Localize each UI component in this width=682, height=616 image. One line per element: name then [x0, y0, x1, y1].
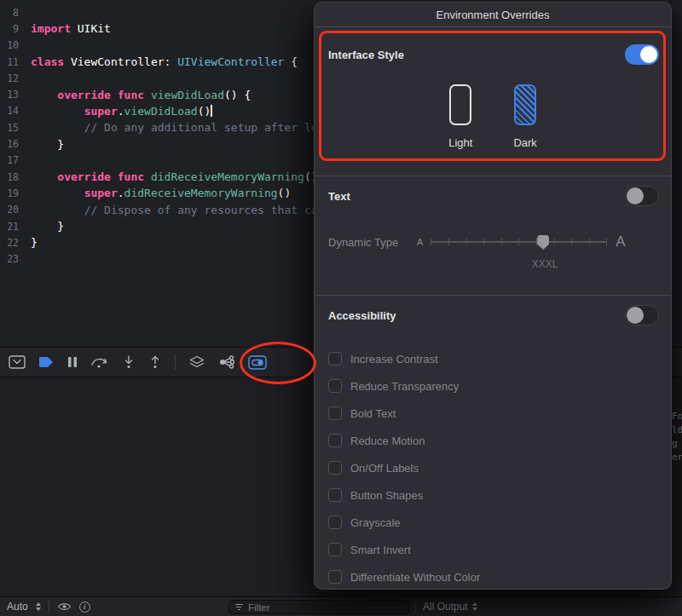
accessibility-option-row[interactable]: Reduce Transparency	[315, 372, 671, 400]
light-appearance-option[interactable]: Light	[448, 84, 472, 149]
bottom-bar-separator	[415, 601, 416, 613]
quick-look-eye-icon[interactable]	[57, 602, 72, 612]
checkbox[interactable]	[328, 570, 342, 584]
code-token: super	[84, 187, 118, 199]
code-token	[31, 170, 57, 183]
code-token	[31, 121, 84, 134]
code-token	[31, 204, 84, 216]
line-number: 16	[0, 138, 19, 150]
slider-tick	[501, 239, 502, 245]
environment-overrides-popover: Environment Overrides Interface Style Li…	[314, 2, 672, 590]
accessibility-option-row[interactable]: Bold Text	[315, 400, 671, 427]
pause-execution-icon[interactable]	[67, 356, 78, 368]
code-token: func	[118, 170, 144, 183]
checkbox[interactable]	[328, 515, 342, 529]
checkbox[interactable]	[328, 352, 342, 366]
console-output-fragments: Foldger:	[672, 410, 682, 464]
console-text-fragment: er:	[672, 451, 682, 464]
dynamic-type-slider[interactable]	[431, 232, 606, 252]
accessibility-option-row[interactable]: Increase Contrast	[315, 345, 671, 372]
slider-min-label: A	[417, 237, 423, 247]
line-number: 20	[0, 204, 19, 216]
slider-thumb[interactable]	[537, 235, 549, 250]
code-token: didReceiveMemoryWarning	[151, 170, 304, 183]
step-over-icon[interactable]	[90, 355, 109, 369]
console-text-fragment: g	[672, 437, 682, 451]
code-token	[31, 105, 84, 118]
slider-tick	[483, 239, 484, 245]
code-token: override	[57, 170, 111, 183]
text-section-label: Text	[328, 190, 350, 203]
toggle-knob	[640, 46, 657, 63]
debug-bottom-bar: Auto i All Output	[0, 596, 682, 616]
chevron-up-down-icon[interactable]	[36, 602, 41, 611]
checkbox-label: Reduce Motion	[350, 435, 425, 447]
code-token	[111, 170, 118, 183]
toggle-debug-area-icon[interactable]	[9, 355, 26, 369]
code-token: super	[84, 105, 118, 118]
accessibility-option-row[interactable]: Button Shapes	[315, 481, 671, 509]
code-token: override	[57, 89, 111, 101]
code-text: }	[31, 138, 64, 151]
dark-appearance-option[interactable]: Dark	[513, 84, 536, 149]
checkbox[interactable]	[328, 543, 342, 556]
dynamic-type-label: Dynamic Type	[328, 236, 417, 249]
console-scope-selector[interactable]: All Output	[423, 601, 468, 613]
code-token: }	[31, 220, 64, 233]
debug-memory-graph-icon[interactable]	[218, 355, 235, 369]
text-toggle[interactable]	[625, 186, 659, 206]
code-token: didReceiveMemoryWarning	[124, 187, 278, 199]
code-token: class	[31, 55, 64, 68]
line-number: 19	[0, 187, 19, 199]
checkbox[interactable]	[328, 379, 342, 393]
checkbox-label: Reduce Transparency	[350, 380, 459, 393]
chevron-up-down-icon[interactable]	[472, 602, 477, 611]
line-number: 14	[0, 105, 19, 117]
code-token	[111, 89, 118, 101]
code-token	[31, 187, 84, 199]
variables-filter-field[interactable]	[228, 600, 409, 614]
dark-label: Dark	[513, 136, 536, 149]
variables-scope-selector[interactable]: Auto	[7, 601, 28, 613]
code-token: }	[31, 138, 64, 151]
slider-tick	[518, 239, 519, 245]
environment-overrides-icon[interactable]	[248, 355, 267, 370]
slider-tick	[606, 239, 607, 245]
debug-view-hierarchy-icon[interactable]	[188, 355, 205, 369]
checkbox-label: On/Off Labels	[350, 462, 419, 475]
checkbox-label: Differentiate Without Color	[350, 571, 480, 584]
text-cursor	[211, 105, 212, 117]
filter-input[interactable]	[248, 602, 403, 613]
checkbox[interactable]	[328, 461, 342, 475]
code-text: override func didReceiveMemoryWarning() …	[31, 170, 331, 183]
line-number: 17	[0, 154, 19, 166]
code-token: {	[284, 55, 298, 68]
checkbox[interactable]	[328, 434, 342, 447]
code-token	[144, 170, 151, 183]
accessibility-option-row[interactable]: On/Off Labels	[315, 454, 671, 481]
code-text: class ViewController: UIViewController {	[31, 55, 298, 68]
interface-style-toggle[interactable]	[625, 44, 659, 65]
accessibility-option-row[interactable]: Reduce Motion	[315, 427, 671, 454]
accessibility-option-row[interactable]: Smart Invert	[315, 536, 671, 563]
code-token: () {	[224, 89, 251, 101]
breakpoints-icon[interactable]	[38, 356, 55, 368]
code-token: ()	[198, 105, 211, 118]
accessibility-toggle[interactable]	[625, 305, 659, 325]
code-text: }	[31, 236, 38, 249]
checkbox-label: Smart Invert	[350, 544, 411, 556]
code-token: .	[118, 105, 124, 118]
step-into-icon[interactable]	[122, 355, 136, 369]
accessibility-option-row[interactable]: Grayscale	[315, 509, 671, 536]
checkbox[interactable]	[328, 406, 342, 420]
checkbox[interactable]	[328, 488, 342, 502]
section-divider	[315, 295, 671, 296]
code-token: ()	[278, 187, 292, 199]
code-token: ViewController:	[64, 55, 177, 68]
info-icon[interactable]: i	[79, 602, 90, 613]
line-number: 15	[0, 122, 19, 134]
code-token	[144, 89, 151, 101]
step-out-icon[interactable]	[148, 355, 162, 369]
code-text: override func viewDidLoad() {	[31, 89, 251, 101]
accessibility-option-row[interactable]: Differentiate Without Color	[315, 563, 671, 590]
